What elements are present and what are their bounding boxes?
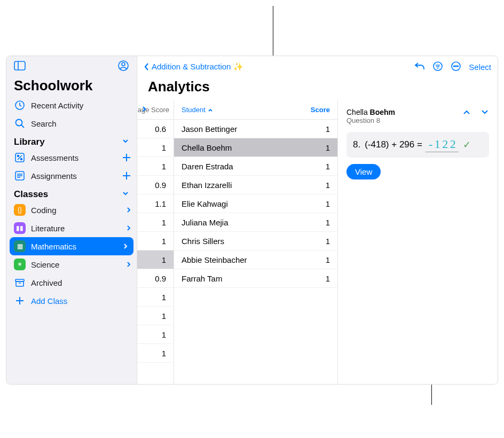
app-title: Schoolwork [6,74,137,96]
score-row[interactable]: 1 [137,288,174,307]
student-row[interactable]: Jason Bettinger1 [174,120,337,138]
nav-science[interactable]: ✶ Science [6,255,137,273]
nav-add-class[interactable]: Add Class [6,292,137,310]
chevron-right-icon [126,224,131,232]
score-row[interactable]: 1 [137,157,174,176]
app-window: Schoolwork Recent Activity Search Librar… [6,56,498,385]
nav-literature[interactable]: ▮▮ Literature [6,219,137,237]
student-score: 1 [326,124,330,134]
score-row[interactable]: 1 [137,325,174,344]
nav-search[interactable]: Search [6,114,137,132]
student-row[interactable]: Chris Sillers1 [174,232,337,251]
nav-archived[interactable]: Archived [6,273,137,292]
detail-question-subtitle: Question 8 [346,116,395,124]
score-row[interactable]: 0.9 [137,269,174,288]
account-icon[interactable] [117,60,129,74]
score-row[interactable]: 0.9 [137,176,174,194]
chevron-right-icon [126,261,131,268]
main-area: Addition & Subtraction ✨ Select Analytic… [137,56,498,384]
student-row[interactable]: Abbie Steinbacher1 [174,251,337,269]
nav-label: Mathematics [31,242,76,251]
filter-icon[interactable] [432,61,443,73]
score-row[interactable]: 1 [137,344,174,363]
score-header[interactable]: Score [311,106,330,114]
classes-header[interactable]: Classes [6,185,137,201]
sidebar: Schoolwork Recent Activity Search Librar… [6,56,137,384]
plus-icon[interactable] [122,171,131,181]
svg-point-5 [16,120,22,126]
student-score: 1 [326,237,330,246]
student-score: 1 [326,274,330,283]
student-name: Elie Kahwagi [182,199,228,208]
avg-score-header[interactable]: age Score [137,100,174,120]
percent-icon [14,152,26,163]
chevron-up-icon [208,107,213,113]
prev-question-button[interactable] [462,108,471,124]
nav-assessments[interactable]: Assessments [6,148,137,167]
student-name: Juliana Mejia [182,218,229,227]
books-icon: ▮▮ [14,222,26,234]
select-button[interactable]: Select [469,62,491,72]
student-row[interactable]: Daren Estrada1 [174,157,337,176]
detail-panel: Chella Boehm Question 8 8. (-418) + 296 … [338,100,498,384]
student-row[interactable]: Juliana Mejia1 [174,213,337,232]
nav-label: Add Class [31,296,67,306]
chevron-right-icon [123,243,128,250]
svg-point-24 [434,62,442,71]
svg-point-31 [458,66,459,67]
back-button[interactable]: Addition & Subtraction ✨ [144,62,243,72]
student-name: Abbie Steinbacher [182,255,247,264]
code-icon: {} [14,204,26,216]
svg-rect-20 [16,281,23,286]
student-row[interactable]: Farrah Tam1 [174,269,337,288]
student-score: 1 [326,199,330,208]
answer-preview: 8. (-418) + 296 = - 1 2 2 ✓ [346,132,489,158]
student-row[interactable]: Elie Kahwagi1 [174,194,337,213]
nav-label: Science [31,260,59,269]
detail-student-name: Chella Boehm [346,108,395,116]
score-row[interactable]: 0.6 [137,120,174,138]
student-score: 1 [326,218,330,227]
list-icon [14,170,26,181]
view-button[interactable]: View [346,164,381,179]
library-header[interactable]: Library [6,132,137,148]
atom-icon: ✶ [14,259,26,270]
chevron-left-icon [144,62,149,71]
next-question-button[interactable] [481,108,489,124]
student-score: 1 [326,162,330,171]
svg-point-8 [18,155,19,157]
calculator-icon: ▦ [14,240,26,252]
archive-icon [14,277,26,288]
plus-icon [14,296,26,306]
svg-rect-0 [14,61,25,70]
score-row[interactable]: 1 [137,138,174,157]
nav-label: Archived [31,278,62,287]
score-row[interactable]: 1 [137,213,174,232]
checkmark-icon: ✓ [463,139,471,151]
student-row[interactable]: Ethan Izzarelli1 [174,176,337,194]
nav-coding[interactable]: {} Coding [6,201,137,219]
score-row[interactable]: 1.1 [137,194,174,213]
chevron-down-icon [122,137,129,147]
clock-icon [14,100,26,111]
chevron-down-icon [122,189,129,200]
student-row[interactable]: Chella Boehm1 [174,138,337,157]
nav-recent-activity[interactable]: Recent Activity [6,96,137,114]
student-score: 1 [326,255,330,264]
nav-assignments[interactable]: Assignments [6,167,137,185]
plus-icon[interactable] [122,153,131,162]
student-score: 1 [326,143,330,152]
question-text: (-418) + 296 = [365,139,422,150]
nav-mathematics[interactable]: ▦ Mathematics [10,237,133,255]
more-icon[interactable] [451,61,461,73]
score-row[interactable]: 1 [137,251,174,269]
nav-label: Search [31,119,57,128]
student-name: Jason Bettinger [182,124,237,134]
student-sort-header[interactable]: Student [182,106,213,114]
student-name: Daren Estrada [182,162,233,171]
score-row[interactable]: 1 [137,307,174,325]
undo-icon[interactable] [414,61,425,73]
sidebar-toggle-icon[interactable] [14,61,26,73]
score-row[interactable]: 1 [137,232,174,251]
average-score-column: age Score 0.6110.91.11110.91111 [137,100,174,384]
